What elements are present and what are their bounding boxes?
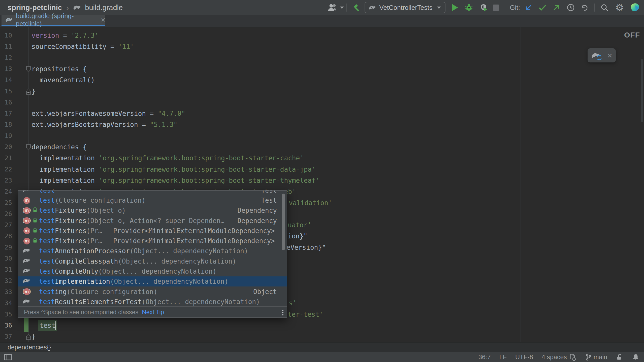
completion-icon-zone: [22, 278, 39, 285]
completion-label: test(Closure configuration): [39, 197, 146, 204]
completion-label: testFixtures(Object o): [39, 207, 126, 214]
search-icon[interactable]: [600, 2, 609, 13]
debug-icon[interactable]: [465, 2, 473, 13]
line-number: 20: [0, 141, 12, 153]
settings-gear-icon[interactable]: ⚙: [615, 2, 624, 13]
completion-label: testImplementation(Object... dependencyN…: [39, 278, 228, 285]
next-tip-link[interactable]: Next Tip: [142, 309, 164, 316]
history-clock-icon[interactable]: [566, 2, 575, 13]
code-text: test: [38, 320, 57, 331]
tab-build-gradle[interactable]: build.gradle (spring-petclinic) ×: [2, 15, 105, 26]
completion-type: Object: [253, 288, 277, 296]
completion-item-testing[interactable]: (m)testing(Closure configuration)Object: [18, 286, 287, 297]
completion-item-testFixtures[interactable]: (m)testFixtures(Object o)Dependency: [18, 205, 287, 215]
completion-icon-zone: [22, 298, 39, 305]
code-line[interactable]: 15}: [0, 86, 644, 97]
code-line[interactable]: 11sourceCompatibility = '11': [0, 41, 644, 52]
ai-assistant-icon[interactable]: [630, 2, 640, 13]
file-name[interactable]: build.gradle: [85, 4, 123, 12]
completion-item-testFixtures[interactable]: (m)testFixtures(Object o, Action<? super…: [18, 216, 287, 226]
code-line[interactable]: 16: [0, 97, 644, 108]
line-ending[interactable]: LF: [499, 353, 507, 361]
code-text: mavenCentral(): [40, 75, 95, 86]
code-line[interactable]: 36test: [0, 320, 644, 331]
completion-item-test[interactable]: mtest(Closure configuration)Test: [18, 195, 287, 205]
coverage-shield-icon[interactable]: [480, 2, 488, 13]
run-icon[interactable]: [451, 2, 459, 13]
line-number: 10: [0, 30, 12, 41]
completion-item-testCompileClasspath[interactable]: testCompileClasspath(Object... dependenc…: [18, 256, 287, 266]
completion-item-testFixtures[interactable]: mtestFixtures(Pr…Provider<MinimalExterna…: [18, 226, 287, 236]
close-icon[interactable]: ×: [607, 51, 613, 60]
stop-icon[interactable]: [493, 5, 499, 11]
git-push-icon[interactable]: [552, 2, 560, 13]
code-line[interactable]: 13repositories {: [0, 63, 644, 75]
line-number: 12: [0, 52, 12, 63]
completion-label: test: [39, 191, 55, 194]
code-line[interactable]: 37}: [0, 331, 644, 342]
code-text: sourceCompatibility = '11': [31, 41, 134, 52]
completion-item-test[interactable]: testTest: [18, 191, 287, 195]
completion-item-testResultsElementsForTest[interactable]: testResultsElementsForTest(Object... dep…: [18, 297, 287, 307]
popup-scrollbar[interactable]: [282, 194, 285, 250]
lock-icon: [33, 238, 38, 244]
code-text: validation': [289, 197, 332, 208]
code-line[interactable]: 17ext.webjarsFontawesomeVersion = "4.7.0…: [0, 108, 644, 119]
indent-setting[interactable]: 4 spaces: [542, 353, 576, 361]
gradle-icon: [22, 258, 30, 265]
code-text: dependencies {: [31, 141, 87, 153]
rollback-icon[interactable]: [580, 2, 589, 13]
completion-item-testFixtures[interactable]: mtestFixtures(Pr…Provider<MinimalExterna…: [18, 236, 287, 246]
code-line[interactable]: 23implementation 'org.springframework.bo…: [0, 175, 644, 186]
code-line[interactable]: 18ext.webjarsBootstrapVersion = "5.1.3": [0, 119, 644, 130]
unlock-icon[interactable]: [616, 353, 623, 361]
users-icon[interactable]: [327, 2, 338, 13]
completion-popup: testTestmtest(Closure configuration)Test…: [18, 190, 287, 318]
lock-icon: [33, 218, 38, 224]
completion-item-testAnnotationProcessor[interactable]: testAnnotationProcessor(Object... depend…: [18, 246, 287, 256]
more-options-icon[interactable]: [282, 310, 283, 315]
completion-icon-zone: [22, 191, 39, 194]
completion-label: testResultsElementsForTest(Object... dep…: [39, 298, 260, 306]
completion-icon-zone: (m): [22, 207, 39, 214]
code-line[interactable]: 14mavenCentral(): [0, 75, 644, 86]
chevron-down-icon[interactable]: [340, 7, 344, 9]
git-commit-check-icon[interactable]: [538, 2, 547, 13]
method-icon: m: [22, 237, 31, 245]
project-name[interactable]: spring-petclinic: [8, 4, 62, 12]
code-line[interactable]: 22implementation 'org.springframework.bo…: [0, 164, 644, 175]
caret-position[interactable]: 36:7: [478, 353, 491, 361]
notifications-bell-icon[interactable]: [632, 353, 639, 361]
highlighting-off-badge[interactable]: OFF: [624, 31, 640, 39]
code-line[interactable]: 19: [0, 130, 644, 141]
gradle-reload-icon[interactable]: [591, 52, 601, 59]
completion-icon-zone: (m): [22, 217, 39, 225]
breadcrumb-bar: dependencies{}: [0, 342, 644, 352]
code-text: ion}": [288, 231, 307, 242]
method-paren-icon: (m): [22, 207, 31, 214]
git-branch-widget[interactable]: main: [585, 353, 607, 361]
layout-windows-icon[interactable]: [4, 354, 14, 361]
code-text: implementation 'org.springframework.boot…: [40, 153, 304, 164]
code-line[interactable]: 10version = '2.7.3': [0, 30, 644, 41]
code-line[interactable]: 21implementation 'org.springframework.bo…: [0, 153, 644, 164]
completion-item-testCompileOnly[interactable]: testCompileOnly(Object... dependencyNota…: [18, 266, 287, 276]
run-configuration-selector[interactable]: VetControllerTests: [365, 2, 445, 13]
code-line[interactable]: 12: [0, 52, 644, 63]
line-number: 22: [0, 164, 12, 175]
line-number: 28: [0, 231, 12, 242]
tab-close-icon[interactable]: ×: [101, 16, 105, 24]
lock-icon: [33, 228, 38, 234]
fold-marker-icon[interactable]: [26, 333, 31, 344]
navigation-breadcrumb: spring-petclinic › build.gradle: [0, 2, 123, 13]
git-update-icon[interactable]: [525, 2, 533, 13]
method-icon: m: [22, 197, 31, 204]
completion-item-testImplementation[interactable]: testImplementation(Object... dependencyN…: [18, 276, 287, 286]
file-encoding[interactable]: UTF-8: [515, 353, 533, 361]
breadcrumb[interactable]: dependencies{}: [8, 344, 51, 351]
code-line[interactable]: 20dependencies {: [0, 141, 644, 153]
build-hammer-icon[interactable]: [352, 2, 361, 13]
completion-label: testAnnotationProcessor(Object... depend…: [39, 247, 248, 255]
code-text: repositories {: [31, 63, 87, 75]
gradle-icon: [22, 298, 30, 305]
